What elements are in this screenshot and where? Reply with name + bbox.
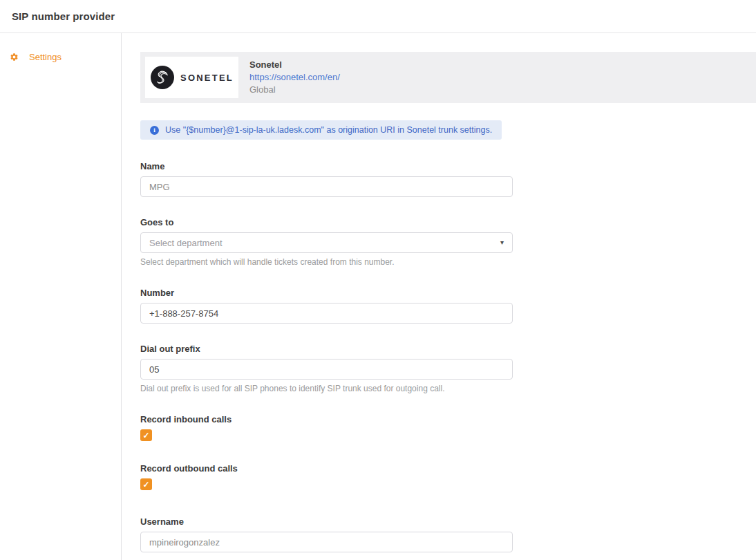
sonetel-logo-icon xyxy=(150,65,175,90)
origination-uri-banner: i Use "{$number}@1-sip-la-uk.ladesk.com"… xyxy=(140,120,502,140)
username-input[interactable] xyxy=(140,532,513,552)
field-record-inbound: Record inbound calls ✓ xyxy=(140,414,513,441)
sonetel-logo: SONETEL xyxy=(145,57,238,98)
record-inbound-label: Record inbound calls xyxy=(140,414,513,424)
record-outbound-checkbox[interactable]: ✓ xyxy=(140,478,152,490)
number-input[interactable] xyxy=(140,303,513,324)
sidebar-item-settings[interactable]: Settings xyxy=(0,48,121,65)
goes-to-label: Goes to xyxy=(140,217,513,227)
page-header: SIP number provider xyxy=(0,0,756,33)
dial-out-prefix-help: Dial out prefix is used for all SIP phon… xyxy=(140,384,513,393)
checkmark-icon: ✓ xyxy=(142,431,149,440)
sonetel-logo-text: SONETEL xyxy=(180,73,234,83)
gear-icon xyxy=(10,53,19,62)
settings-panel: SONETEL Sonetel https://sonetel.com/en/ … xyxy=(122,33,756,560)
record-inbound-checkbox[interactable]: ✓ xyxy=(140,429,152,441)
field-record-outbound: Record outbound calls ✓ xyxy=(140,463,513,490)
dial-out-prefix-label: Dial out prefix xyxy=(140,344,513,354)
provider-region: Global xyxy=(249,84,340,96)
info-icon: i xyxy=(150,126,159,135)
provider-card: SONETEL Sonetel https://sonetel.com/en/ … xyxy=(140,52,756,103)
sidebar: Settings xyxy=(0,33,122,560)
field-name: Name xyxy=(140,161,513,197)
page-title: SIP number provider xyxy=(12,10,115,22)
banner-text: Use "{$number}@1-sip-la-uk.ladesk.com" a… xyxy=(165,125,492,135)
number-label: Number xyxy=(140,288,513,298)
sidebar-item-label: Settings xyxy=(29,52,62,62)
name-input[interactable] xyxy=(140,176,513,197)
record-outbound-label: Record outbound calls xyxy=(140,463,513,474)
username-label: Username xyxy=(140,516,513,527)
goes-to-placeholder: Select department xyxy=(149,238,223,248)
provider-url-link[interactable]: https://sonetel.com/en/ xyxy=(249,71,340,84)
checkmark-icon: ✓ xyxy=(142,480,149,489)
chevron-down-icon: ▾ xyxy=(500,239,504,246)
field-dial-out-prefix: Dial out prefix Dial out prefix is used … xyxy=(140,344,513,393)
field-number: Number xyxy=(140,288,513,324)
dial-out-prefix-input[interactable] xyxy=(140,359,513,380)
provider-meta: Sonetel https://sonetel.com/en/ Global xyxy=(249,59,340,96)
name-label: Name xyxy=(140,161,513,171)
provider-name: Sonetel xyxy=(249,59,340,71)
goes-to-select[interactable]: Select department ▾ xyxy=(140,232,513,253)
field-goes-to: Goes to Select department ▾ Select depar… xyxy=(140,217,513,267)
main-layout: Settings SONETEL Sone xyxy=(0,33,756,560)
field-username: Username xyxy=(140,516,513,552)
goes-to-help: Select department which will handle tick… xyxy=(140,257,513,267)
